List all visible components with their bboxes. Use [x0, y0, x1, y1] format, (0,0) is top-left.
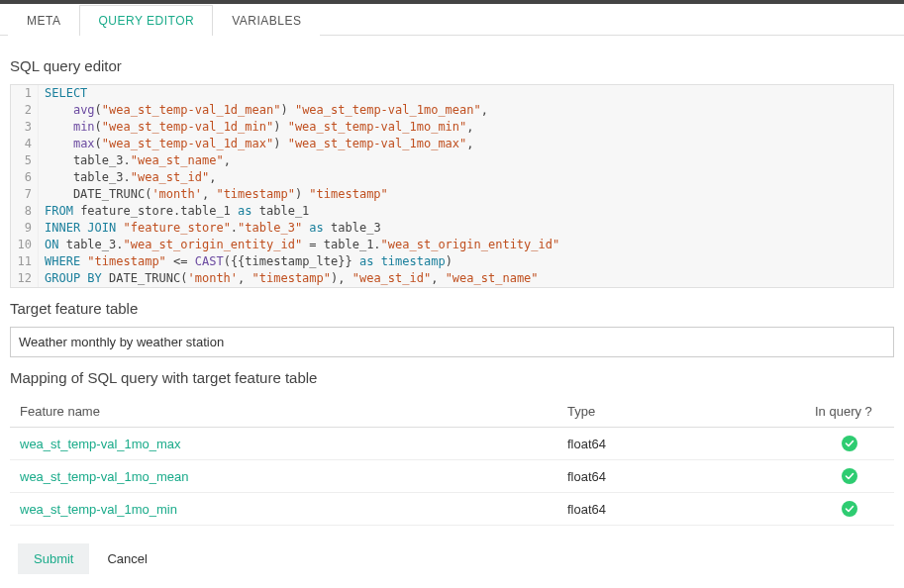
submit-button[interactable]: Submit: [18, 543, 89, 574]
line-code[interactable]: table_3."wea_st_id",: [39, 169, 893, 186]
line-number: 1: [11, 85, 39, 102]
tab-query-editor[interactable]: QUERY EDITOR: [79, 5, 213, 36]
feature-name-cell[interactable]: wea_st_temp-val_1mo_min: [10, 493, 557, 526]
mapping-title: Mapping of SQL query with target feature…: [10, 369, 894, 386]
col-feature-name: Feature name: [10, 396, 557, 428]
editor-line[interactable]: 4 max("wea_st_temp-val_1d_max") "wea_st_…: [11, 136, 893, 152]
line-number: 5: [11, 152, 39, 169]
table-row: wea_st_temp-val_1mo_minfloat64: [10, 493, 894, 526]
table-row: wea_st_temp-val_1mo_meanfloat64: [10, 460, 894, 493]
line-code[interactable]: INNER JOIN "feature_store"."table_3" as …: [39, 220, 893, 237]
type-cell: float64: [557, 493, 805, 526]
check-circle-icon: [842, 501, 857, 517]
line-number: 3: [11, 119, 39, 136]
in-query-cell: [805, 428, 894, 460]
editor-line[interactable]: 2 avg("wea_st_temp-val_1d_mean") "wea_st…: [11, 102, 893, 119]
line-number: 4: [11, 136, 39, 152]
target-table-input[interactable]: [10, 327, 894, 357]
cancel-button[interactable]: Cancel: [107, 551, 147, 566]
line-code[interactable]: FROM feature_store.table_1 as table_1: [39, 203, 893, 220]
line-code[interactable]: min("wea_st_temp-val_1d_min") "wea_st_te…: [39, 119, 893, 136]
editor-line[interactable]: 3 min("wea_st_temp-val_1d_min") "wea_st_…: [11, 119, 893, 136]
tab-bar: META QUERY EDITOR VARIABLES: [0, 4, 904, 36]
line-code[interactable]: avg("wea_st_temp-val_1d_mean") "wea_st_t…: [39, 102, 893, 119]
editor-line[interactable]: 12GROUP BY DATE_TRUNC('month', "timestam…: [11, 270, 893, 287]
line-number: 11: [11, 253, 39, 270]
col-type: Type: [557, 396, 805, 428]
feature-name-cell[interactable]: wea_st_temp-val_1mo_max: [10, 428, 557, 460]
editor-line[interactable]: 10ON table_3."wea_st_origin_entity_id" =…: [11, 237, 893, 253]
mapping-table: Feature name Type In query ? wea_st_temp…: [10, 396, 894, 526]
editor-line[interactable]: 7 DATE_TRUNC('month', "timestamp") "time…: [11, 186, 893, 203]
type-cell: float64: [557, 460, 805, 493]
tab-variables[interactable]: VARIABLES: [213, 5, 320, 36]
editor-line[interactable]: 11WHERE "timestamp" <= CAST({{timestamp_…: [11, 253, 893, 270]
line-code[interactable]: WHERE "timestamp" <= CAST({{timestamp_lt…: [39, 253, 893, 270]
line-code[interactable]: SELECT: [39, 85, 893, 102]
main-content: SQL query editor 1SELECT2 avg("wea_st_te…: [0, 36, 904, 588]
tab-meta[interactable]: META: [8, 5, 79, 36]
line-code[interactable]: max("wea_st_temp-val_1d_max") "wea_st_te…: [39, 136, 893, 152]
line-number: 7: [11, 186, 39, 203]
editor-line[interactable]: 1SELECT: [11, 85, 893, 102]
line-code[interactable]: table_3."wea_st_name",: [39, 152, 893, 169]
line-number: 2: [11, 102, 39, 119]
editor-line[interactable]: 6 table_3."wea_st_id",: [11, 169, 893, 186]
in-query-cell: [805, 493, 894, 526]
sql-editor[interactable]: 1SELECT2 avg("wea_st_temp-val_1d_mean") …: [10, 84, 894, 288]
line-number: 12: [11, 270, 39, 287]
check-circle-icon: [842, 436, 857, 451]
line-code[interactable]: DATE_TRUNC('month', "timestamp") "timest…: [39, 186, 893, 203]
line-code[interactable]: ON table_3."wea_st_origin_entity_id" = t…: [39, 237, 893, 253]
line-number: 10: [11, 237, 39, 253]
table-row: wea_st_temp-val_1mo_maxfloat64: [10, 428, 894, 460]
line-number: 8: [11, 203, 39, 220]
action-bar: Submit Cancel: [10, 543, 894, 574]
editor-line[interactable]: 8FROM feature_store.table_1 as table_1: [11, 203, 893, 220]
target-table-title: Target feature table: [10, 300, 894, 317]
col-in-query: In query ?: [805, 396, 894, 428]
in-query-cell: [805, 460, 894, 493]
feature-name-cell[interactable]: wea_st_temp-val_1mo_mean: [10, 460, 557, 493]
line-number: 6: [11, 169, 39, 186]
editor-line[interactable]: 9INNER JOIN "feature_store"."table_3" as…: [11, 220, 893, 237]
line-code[interactable]: GROUP BY DATE_TRUNC('month', "timestamp"…: [39, 270, 893, 287]
check-circle-icon: [842, 468, 857, 484]
sql-editor-title: SQL query editor: [10, 57, 894, 74]
editor-line[interactable]: 5 table_3."wea_st_name",: [11, 152, 893, 169]
type-cell: float64: [557, 428, 805, 460]
line-number: 9: [11, 220, 39, 237]
